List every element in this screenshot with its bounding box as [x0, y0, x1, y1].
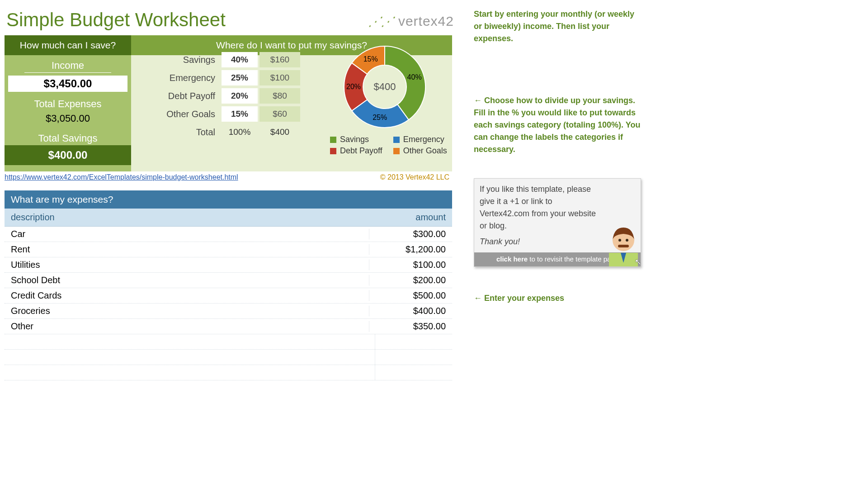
legend-swatch-icon	[330, 148, 336, 154]
legend-item: Savings	[330, 135, 382, 144]
alloc-row: Debt Payoff20%$80	[149, 87, 300, 105]
expense-description[interactable]: Rent	[11, 244, 369, 255]
alloc-percent-input[interactable]: 15%	[222, 106, 258, 122]
legend-swatch-icon	[393, 148, 400, 154]
col-description: description	[11, 212, 369, 223]
expenses-header: What are my expenses?	[5, 190, 452, 209]
expense-description[interactable]: Groceries	[11, 306, 369, 316]
expense-row[interactable]: School Debt$200.00	[5, 273, 452, 288]
source-link[interactable]: https://www.vertex42.com/ExcelTemplates/…	[5, 173, 238, 181]
alloc-amount: $160	[259, 52, 300, 67]
expense-row[interactable]: Credit Cards$500.00	[5, 288, 452, 304]
expense-amount[interactable]: $500.00	[369, 290, 446, 301]
expense-columns: description amount	[5, 209, 452, 227]
svg-point-7	[618, 239, 621, 242]
expense-amount[interactable]: $400.00	[369, 306, 446, 316]
alloc-percent-input[interactable]: 20%	[222, 88, 258, 104]
legend-item: Debt Payoff	[330, 146, 382, 156]
save-header: How much can I save?	[5, 35, 131, 55]
alloc-percent-input[interactable]: 25%	[222, 70, 258, 85]
allocation-table: Savings40%$160Emergency25%$100Debt Payof…	[149, 51, 300, 141]
alloc-percent-input[interactable]: 40%	[222, 52, 258, 67]
alloc-total-row: Total100%$400	[149, 123, 300, 141]
instruction-allocation: ← Choose how to divide up your savings. …	[474, 95, 641, 156]
income-input[interactable]: $3,450.00	[8, 76, 127, 92]
income-label: Income	[24, 60, 111, 73]
copyright-text: © 2013 Vertex42 LLC	[380, 173, 449, 181]
expense-row[interactable]: Utilities$100.00	[5, 257, 452, 273]
promo-text: If you like this template, please give i…	[480, 183, 597, 232]
legend-swatch-icon	[393, 137, 400, 143]
instructions-sidebar: Start by entering your monthly (or weekl…	[474, 8, 641, 304]
chart-legend: SavingsEmergencyDebt PayoffOther Goals	[328, 135, 441, 156]
expenses-total-label: Total Expenses	[5, 98, 131, 110]
worksheet: Simple Budget Worksheet ⋰⋰ vertex42 How …	[5, 0, 457, 380]
expense-amount[interactable]: $200.00	[369, 275, 446, 285]
svg-text:40%: 40%	[407, 73, 422, 81]
expense-description[interactable]: Other	[11, 321, 369, 332]
empty-row[interactable]	[5, 350, 452, 365]
alloc-label: Savings	[149, 55, 222, 65]
svg-rect-9	[618, 245, 629, 247]
expense-row[interactable]: Groceries$400.00	[5, 304, 452, 319]
alloc-row: Emergency25%$100	[149, 69, 300, 87]
expense-amount[interactable]: $300.00	[369, 229, 446, 239]
alloc-amount: $60	[259, 106, 300, 122]
expense-description[interactable]: Utilities	[11, 260, 369, 270]
legend-item: Other Goals	[393, 146, 447, 156]
legend-swatch-icon	[330, 137, 336, 143]
instruction-income: Start by entering your monthly (or weekl…	[474, 8, 641, 45]
alloc-label: Other Goals	[149, 109, 222, 119]
savings-donut-chart: 40%25%20%15% $400	[340, 42, 430, 132]
alloc-row: Savings40%$160	[149, 51, 300, 69]
expense-row[interactable]: Rent$1,200.00	[5, 242, 452, 257]
savings-total-label: Total Savings	[5, 133, 131, 144]
col-amount: amount	[369, 212, 446, 223]
alloc-label: Emergency	[149, 73, 222, 83]
svg-text:20%: 20%	[346, 83, 361, 90]
expenses-total-value: $3,050.00	[5, 113, 131, 124]
empty-row[interactable]	[5, 365, 452, 380]
alloc-row: Other Goals15%$60	[149, 105, 300, 123]
empty-row[interactable]	[5, 334, 452, 350]
promo-box[interactable]: If you like this template, please give i…	[474, 178, 641, 267]
expense-row[interactable]: Car$300.00	[5, 227, 452, 242]
expense-description[interactable]: School Debt	[11, 275, 369, 285]
svg-text:25%: 25%	[373, 114, 387, 121]
svg-point-8	[626, 239, 628, 242]
alloc-amount: $100	[259, 70, 300, 85]
expense-amount[interactable]: $350.00	[369, 321, 446, 332]
legend-item: Emergency	[393, 135, 447, 144]
expense-amount[interactable]: $100.00	[369, 260, 446, 270]
donut-center-value: $400	[374, 81, 396, 93]
vertex42-logo: ⋰⋰ vertex42	[369, 14, 454, 29]
svg-text:15%: 15%	[363, 55, 378, 63]
cursor-icon: ↖	[635, 256, 642, 268]
logo-text: vertex42	[398, 14, 454, 29]
expense-description[interactable]: Car	[11, 229, 369, 239]
logo-mark-icon: ⋰⋰	[367, 14, 397, 29]
expense-row[interactable]: Other$350.00	[5, 319, 452, 334]
expense-amount[interactable]: $1,200.00	[369, 244, 446, 255]
expense-description[interactable]: Credit Cards	[11, 290, 369, 301]
savings-total-value: $400.00	[5, 145, 131, 165]
alloc-amount: $80	[259, 88, 300, 104]
alloc-label: Debt Payoff	[149, 91, 222, 101]
instruction-expenses: ← Enter your expenses	[474, 292, 641, 304]
